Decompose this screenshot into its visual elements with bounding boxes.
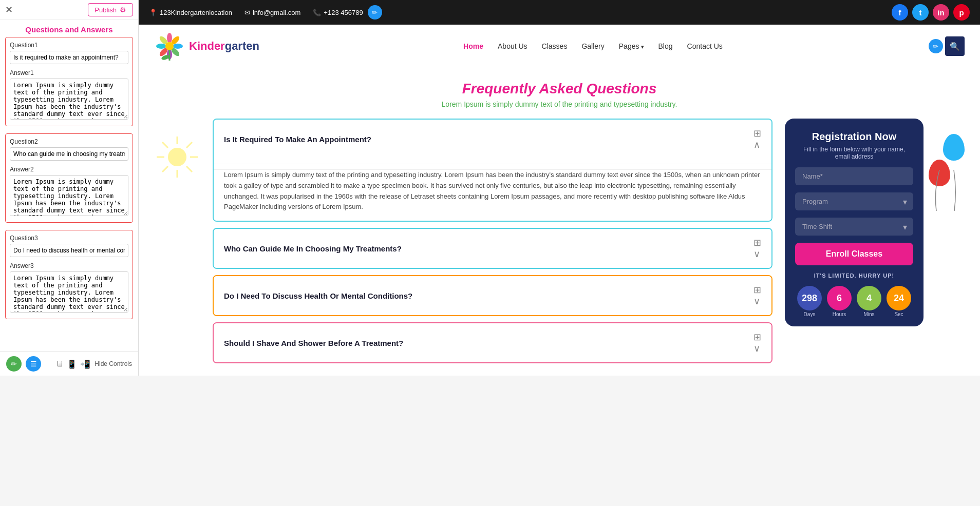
timeshift-select[interactable]: Time Shift xyxy=(795,218,913,236)
enroll-button[interactable]: Enroll Classes xyxy=(795,243,913,265)
balloon-strings xyxy=(929,170,965,211)
mins-label: Mins xyxy=(863,312,874,317)
answer-textarea-3[interactable]: Lorem Ipsum is simply dummy text of the … xyxy=(10,271,128,313)
faq-subtitle: Lorem Ipsum is simply dummy text of the … xyxy=(154,100,965,108)
svg-line-18 xyxy=(186,166,192,172)
desktop-icon[interactable]: 🖥 xyxy=(55,359,64,369)
name-input[interactable] xyxy=(795,167,913,185)
panel-content: Question1 Answer1 Lorem Ipsum is simply … xyxy=(0,37,138,352)
faq-question-text-1: Is It Required To Make An Appointment? xyxy=(224,135,371,144)
nav-links: HomeAbout UsClassesGalleryPagesBlogConta… xyxy=(463,42,723,50)
countdown-days: 298 Days xyxy=(797,286,822,317)
days-circle: 298 xyxy=(797,286,822,310)
answer-label-3: Answer3 xyxy=(10,262,128,269)
publish-label: Publish xyxy=(95,6,117,14)
faq-question-text-3: Do I Need To Discuss Health Or Mental Co… xyxy=(224,291,412,300)
faq-list: Is It Required To Make An Appointment? ⊞… xyxy=(213,119,772,363)
nav-bar: Kindergarten HomeAbout UsClassesGalleryP… xyxy=(139,25,980,68)
nav-link-pages[interactable]: Pages xyxy=(619,42,644,50)
hours-circle: 6 xyxy=(827,286,852,310)
location-text: 123Kindergartenlocation xyxy=(160,9,232,16)
nav-link-gallery[interactable]: Gallery xyxy=(581,42,604,50)
faq-toggle-icon-1: ⊞∧ xyxy=(753,128,761,150)
mobile-icon[interactable]: 📲 xyxy=(80,359,90,369)
svg-point-9 xyxy=(165,42,174,50)
balloon-decoration xyxy=(929,129,965,211)
answer-textarea-1[interactable]: Lorem Ipsum is simply dummy text of the … xyxy=(10,79,128,120)
faq-toggle-icon-4: ⊞∨ xyxy=(753,332,761,354)
nav-logo: Kindergarten xyxy=(154,31,259,62)
sun-decoration xyxy=(154,134,200,180)
svg-point-7 xyxy=(156,44,166,49)
answer-textarea-2[interactable]: Lorem Ipsum is simply dummy text of the … xyxy=(10,175,128,216)
nav-link-home[interactable]: Home xyxy=(463,42,483,50)
faq-item-2: Who Can Guide Me In Choosing My Treatmen… xyxy=(213,228,772,269)
faq-question-header-2[interactable]: Who Can Guide Me In Choosing My Treatmen… xyxy=(214,229,771,268)
nav-link-about-us[interactable]: About Us xyxy=(498,42,527,50)
faq-item-1: Is It Required To Make An Appointment? ⊞… xyxy=(213,119,772,222)
qa-group-2: Question2 Answer2 Lorem Ipsum is simply … xyxy=(5,133,133,223)
publish-button[interactable]: Publish ⚙ xyxy=(88,3,133,16)
answer-label-2: Answer2 xyxy=(10,166,128,173)
phone-icon: 📞 xyxy=(313,9,321,16)
question-input-2[interactable] xyxy=(10,147,128,161)
days-label: Days xyxy=(804,312,816,317)
tablet-icon[interactable]: 📱 xyxy=(67,359,77,369)
faq-question-header-3[interactable]: Do I Need To Discuss Health Or Mental Co… xyxy=(214,276,771,315)
nav-edit-btn[interactable]: ✏ xyxy=(929,39,943,53)
email-text: info@gmail.com xyxy=(253,9,300,16)
countdown: 298 Days 6 Hours 4 Mins xyxy=(795,286,913,317)
secs-label: Sec xyxy=(894,312,903,317)
svg-line-17 xyxy=(162,142,168,148)
faq-body: Is It Required To Make An Appointment? ⊞… xyxy=(154,119,965,363)
hurry-text: IT'S LIMITED. HURRY UP! xyxy=(795,273,913,279)
facebook-btn[interactable]: f xyxy=(892,4,908,21)
countdown-mins: 4 Mins xyxy=(857,286,881,317)
email-icon: ✉ xyxy=(244,9,250,16)
nav-floating-btn[interactable]: ☰ xyxy=(26,356,41,372)
faq-item-3: Do I Need To Discuss Health Or Mental Co… xyxy=(213,275,772,316)
nav-link-blog[interactable]: Blog xyxy=(658,42,673,50)
registration-subtitle: Fill in the form below with your name, e… xyxy=(795,146,913,160)
hide-controls-button[interactable]: Hide Controls xyxy=(95,360,132,367)
panel-title: Questions and Answers xyxy=(0,20,138,37)
secs-circle: 24 xyxy=(887,286,911,310)
qa-group-3: Question3 Answer3 Lorem Ipsum is simply … xyxy=(5,230,133,319)
question-group-1: Question1 Answer1 Lorem Ipsum is simply … xyxy=(5,37,133,126)
faq-question-text-4: Should I Shave And Shower Before A Treat… xyxy=(224,339,403,347)
left-panel: ✕ Publish ⚙ Questions and Answers Questi… xyxy=(0,0,139,376)
faq-title: Frequently Asked Questions xyxy=(154,81,965,97)
instagram-btn[interactable]: in xyxy=(933,4,949,21)
pinterest-btn[interactable]: p xyxy=(953,4,970,21)
svg-line-19 xyxy=(186,142,192,148)
faq-section: Frequently Asked Questions Lorem Ipsum i… xyxy=(139,68,980,376)
question-label-3: Question3 xyxy=(10,235,128,242)
svg-point-3 xyxy=(173,44,183,49)
close-button[interactable]: ✕ xyxy=(5,4,13,15)
program-select[interactable]: Program xyxy=(795,192,913,210)
nav-search-button[interactable]: 🔍 xyxy=(945,36,965,56)
twitter-btn[interactable]: t xyxy=(912,4,929,21)
faq-question-header-1[interactable]: Is It Required To Make An Appointment? ⊞… xyxy=(214,120,771,159)
faq-divider-1 xyxy=(214,164,771,164)
question-input-1[interactable] xyxy=(10,51,128,64)
faq-answer-1: Lorem Ipsum is simply dummy text of the … xyxy=(214,169,771,221)
hours-label: Hours xyxy=(833,312,846,317)
svg-line-20 xyxy=(162,166,168,172)
bottom-bar: ✏ ☰ 🖥 📱 📲 Hide Controls xyxy=(0,352,138,376)
countdown-secs: 24 Sec xyxy=(887,286,911,317)
logo-text: Kindergarten xyxy=(189,40,259,53)
countdown-hours: 6 Hours xyxy=(827,286,852,317)
topbar-edit-btn[interactable]: ✏ xyxy=(368,5,382,20)
edit-floating-btn[interactable]: ✏ xyxy=(6,356,22,372)
answer-label-1: Answer1 xyxy=(10,69,128,76)
location-icon: 📍 xyxy=(149,9,157,16)
nav-link-classes[interactable]: Classes xyxy=(542,42,568,50)
faq-question-header-4[interactable]: Should I Shave And Shower Before A Treat… xyxy=(214,323,771,362)
question-input-3[interactable] xyxy=(10,244,128,257)
nav-link-contact-us[interactable]: Contact Us xyxy=(687,42,723,50)
svg-point-1 xyxy=(167,33,172,43)
faq-toggle-icon-2: ⊞∨ xyxy=(753,237,761,260)
faq-header: Frequently Asked Questions Lorem Ipsum i… xyxy=(154,81,965,108)
social-links: f t in p xyxy=(892,4,970,21)
